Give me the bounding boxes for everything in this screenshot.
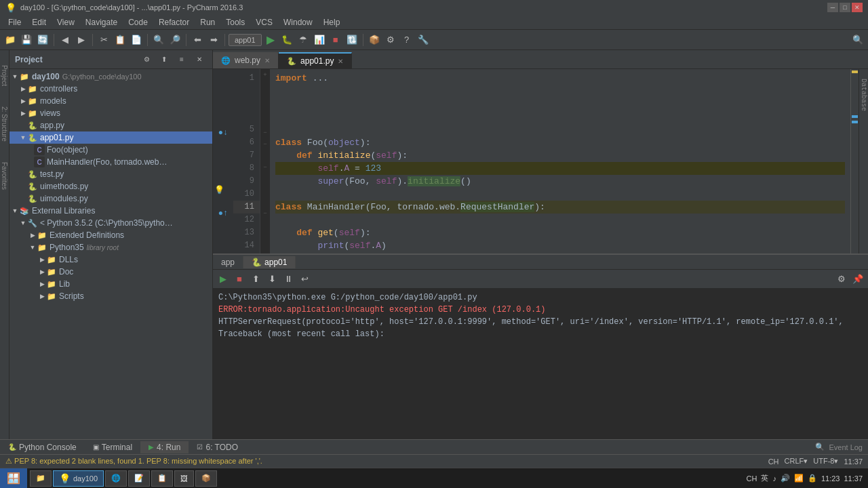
run-pause-btn[interactable]: ⏸ [281, 272, 296, 287]
tree-item-python35-lib[interactable]: ▼ 📁 Python35 library root [9, 241, 212, 253]
next-occurrence[interactable]: ➡ [206, 33, 221, 47]
bottom-tab-todo[interactable]: ☑ 6: TODO [189, 441, 246, 453]
tree-item-test-py[interactable]: 🐍 test.py [9, 168, 212, 180]
tree-item-app-py[interactable]: 🐍 app.py [9, 119, 212, 131]
settings-button[interactable]: ⚙ [383, 33, 398, 47]
menu-vcs[interactable]: VCS [250, 16, 278, 28]
start-button[interactable]: 🪟 [0, 468, 27, 489]
tab-app01-close[interactable]: ✕ [338, 58, 343, 65]
taskbar-item-term[interactable]: 📋 [151, 470, 173, 487]
taskbar-item-photos[interactable]: 🖼 [174, 470, 194, 487]
database-tab-label[interactable]: Database [860, 79, 867, 111]
taskbar-item-word[interactable]: 📝 [128, 470, 150, 487]
tree-item-external-libs[interactable]: ▼ 📚 External Libraries [9, 205, 212, 217]
close-button[interactable]: ✕ [852, 3, 863, 12]
sync-button[interactable]: 🔄 [35, 33, 50, 47]
run-settings-btn[interactable]: ⚙ [834, 272, 849, 287]
project-close-btn[interactable]: ✕ [192, 52, 207, 67]
rerun-button[interactable]: 🔃 [344, 33, 359, 47]
menu-tools[interactable]: Tools [220, 16, 250, 28]
tree-item-uimodules[interactable]: 🐍 uimodules.py [9, 192, 212, 205]
favorites-tab-label[interactable]: Favorites [1, 162, 8, 190]
tree-item-foo[interactable]: C Foo(object) [9, 144, 212, 156]
fold-9[interactable]: − [260, 161, 270, 173]
help-button[interactable]: ? [399, 33, 414, 47]
tree-item-python35[interactable]: ▼ 🔧 < Python 3.5.2 (C:\Python35\python.e… [9, 217, 212, 229]
run-wrap-btn[interactable]: ↩ [297, 272, 312, 287]
project-view-button[interactable]: 📁 [3, 33, 18, 47]
maximize-button[interactable]: □ [840, 3, 850, 12]
minimize-button[interactable]: ─ [827, 3, 838, 12]
tree-item-app01-py[interactable]: ▼ 🐍 app01.py [9, 131, 212, 144]
fold-13[interactable]: − [260, 207, 270, 219]
status-encoding[interactable]: UTF-8▾ [813, 457, 838, 466]
tree-item-mainhandler[interactable]: C MainHandler(Foo, tornado.web.R... [9, 156, 212, 168]
tree-item-controllers[interactable]: ▶ 📁 controllers [9, 83, 212, 95]
tree-item-uimethods[interactable]: 🐍 uimethods.py [9, 180, 212, 192]
menu-view[interactable]: View [52, 16, 80, 28]
global-search-button[interactable]: 🔍 [850, 33, 865, 47]
run-restart-btn[interactable]: ▶ [216, 272, 231, 287]
fold-7[interactable]: − [260, 138, 270, 150]
run-tab-app01[interactable]: 🐍 app01 [243, 256, 296, 268]
search-button[interactable]: 🔍 [151, 33, 166, 47]
tab-web-py-close[interactable]: ✕ [264, 57, 270, 64]
menu-navigate[interactable]: Navigate [80, 16, 123, 28]
tree-item-extended-defs[interactable]: ▶ 📁 Extended Definitions [9, 229, 212, 241]
taskbar-item-chrome[interactable]: 🌐 [105, 470, 127, 487]
taskbar-item-other[interactable]: 📦 [195, 470, 217, 487]
cut-button[interactable]: ✂ [96, 33, 111, 47]
debug-button[interactable]: 🐛 [279, 33, 294, 47]
menu-window[interactable]: Window [278, 16, 318, 28]
sdk-button[interactable]: 🔧 [416, 33, 431, 47]
tree-item-doc[interactable]: ▶ 📁 Doc [9, 266, 212, 278]
project-tab-label[interactable]: Project [1, 65, 8, 86]
copy-button[interactable]: 📋 [113, 33, 127, 47]
bottom-tab-python-console[interactable]: 🐍 Python Console [0, 441, 85, 453]
run-tab-app[interactable]: app [213, 256, 243, 268]
forward-button[interactable]: ▶ [74, 33, 89, 47]
code-content[interactable]: import ... class Foo(object): def initia… [270, 69, 850, 253]
tree-root[interactable]: ▼ 📁 day100 G:\python_code\day100 [9, 70, 212, 83]
replace-button[interactable]: 🔎 [167, 33, 182, 47]
code-editor[interactable]: ●↓ 💡 ●↑ [213, 69, 868, 253]
run-button[interactable]: ▶ [263, 33, 278, 47]
profile-button[interactable]: 📊 [312, 33, 327, 47]
tree-item-views[interactable]: ▶ 📁 views [9, 107, 212, 119]
prev-occurrence[interactable]: ⬅ [190, 33, 205, 47]
tree-item-models[interactable]: ▶ 📁 models [9, 95, 212, 107]
paste-button[interactable]: 📄 [129, 33, 144, 47]
save-button[interactable]: 💾 [19, 33, 34, 47]
menu-code[interactable]: Code [123, 16, 153, 28]
taskbar-item-pycharm[interactable]: 💡 day100 [53, 470, 104, 487]
coverage-button[interactable]: ☂ [296, 33, 311, 47]
menu-edit[interactable]: Edit [26, 16, 52, 28]
back-button[interactable]: ◀ [58, 33, 73, 47]
run-scroll-down-btn[interactable]: ⬇ [264, 272, 279, 287]
menu-file[interactable]: File [3, 16, 26, 28]
run-pin-btn[interactable]: 📌 [850, 272, 865, 287]
menu-help[interactable]: Help [318, 16, 346, 28]
run-config-selector[interactable]: app01 [229, 34, 262, 46]
tab-web-py[interactable]: 🌐 web.py ✕ [213, 52, 279, 68]
status-crlf[interactable]: CRLF▾ [785, 457, 808, 466]
run-scroll-up-btn[interactable]: ⬆ [248, 272, 263, 287]
tree-item-lib[interactable]: ▶ 📁 Lib [9, 278, 212, 290]
run-stop-btn[interactable]: ■ [232, 272, 247, 287]
bottom-tab-terminal[interactable]: ▣ Terminal [85, 441, 140, 453]
stop-button[interactable]: ■ [328, 33, 343, 47]
menu-run[interactable]: Run [195, 16, 220, 28]
fold-6[interactable]: − [260, 127, 270, 138]
project-collapse-btn[interactable]: ≡ [174, 52, 189, 67]
menu-refactor[interactable]: Refactor [153, 16, 195, 28]
bottom-tab-run[interactable]: ▶ 4: Run [140, 441, 189, 453]
tab-app01-py[interactable]: 🐍 app01.py ✕ [279, 52, 352, 68]
fold-1[interactable]: + [260, 69, 270, 81]
project-settings-btn[interactable]: ⚙ [139, 52, 154, 67]
vcs-button[interactable]: 📦 [367, 33, 382, 47]
project-sync-btn[interactable]: ⬆ [157, 52, 172, 67]
tree-item-dlls[interactable]: ▶ 📁 DLLs [9, 253, 212, 266]
tree-item-scripts[interactable]: ▶ 📁 Scripts [9, 290, 212, 302]
taskbar-item-explorer[interactable]: 📁 [30, 470, 52, 487]
structure-tab-label[interactable]: 2: Structure [1, 106, 8, 142]
